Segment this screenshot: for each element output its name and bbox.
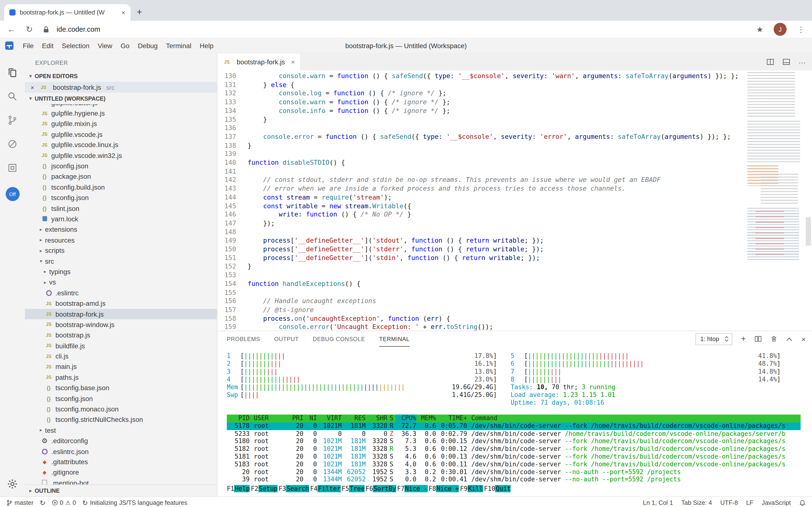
- tree-file-gulpfile.mixin.js[interactable]: JSgulpfile.mixin.js: [25, 118, 217, 129]
- search-icon[interactable]: [0, 84, 25, 108]
- code-line-151[interactable]: 151 process['__defineGetter__']('stdin',…: [217, 254, 812, 263]
- code-line-149[interactable]: 149 process['__defineGetter__']('stdout'…: [217, 237, 812, 245]
- browser-avatar[interactable]: J: [773, 23, 787, 36]
- tree-file-bootstrap-amd.js[interactable]: JSbootstrap-amd.js: [25, 298, 217, 309]
- tab-close-icon[interactable]: ×: [121, 8, 125, 16]
- outline-section[interactable]: ▸ OUTLINE: [25, 485, 217, 496]
- kill-terminal-icon[interactable]: [771, 335, 777, 342]
- menu-go[interactable]: Go: [117, 42, 134, 49]
- code-editor[interactable]: 130 console.warn = function () { safeSen…: [217, 70, 812, 330]
- tree-file-paths.js[interactable]: JSpaths.js: [25, 372, 217, 383]
- code-line-133[interactable]: 133 console.warn = function () { /* igno…: [217, 98, 812, 107]
- tree-file-.eslintrc.json[interactable]: .eslintrc.json: [25, 446, 217, 457]
- code-line-147[interactable]: 147 });: [217, 219, 812, 228]
- notifications-bell-icon[interactable]: [799, 499, 806, 506]
- code-line-138[interactable]: 138}: [217, 141, 812, 150]
- close-panel-icon[interactable]: ×: [801, 335, 806, 343]
- htop-process-row-5233[interactable]: 5233root200000Z36.30.00:02.79/dev/shm/bi…: [227, 430, 801, 438]
- tree-file-tslint.json[interactable]: {}tslint.json: [25, 203, 217, 214]
- htop-fkey-F3[interactable]: F3Search: [278, 485, 310, 493]
- htop-table-header[interactable]: PIDUSERPRINIVIRTRESSHRSCPU%MEM%TIME+Comm…: [227, 414, 801, 422]
- htop-fkey-F5[interactable]: F5Tree: [341, 485, 366, 493]
- maximize-panel-icon[interactable]: [786, 336, 793, 341]
- menu-help[interactable]: Help: [196, 42, 218, 49]
- code-line-156[interactable]: 156 // Handle uncaught exceptions: [217, 297, 812, 306]
- code-line-159[interactable]: 159 console.error('Uncaught Exception: '…: [217, 323, 812, 330]
- menu-terminal[interactable]: Terminal: [162, 42, 196, 49]
- tree-file-.eslintrc[interactable]: .eslintrc: [25, 288, 217, 298]
- tree-file-package.json[interactable]: {}package.json: [25, 171, 217, 182]
- encoding-indicator[interactable]: UTF-8: [721, 499, 738, 506]
- code-line-144[interactable]: 144 const stream = require('stream');: [217, 193, 812, 202]
- tree-file-gulpfile.vscode.linux.js[interactable]: JSgulpfile.vscode.linux.js: [25, 139, 217, 150]
- editor-tab[interactable]: JS bootstrap-fork.js ×: [217, 53, 301, 71]
- code-line-157[interactable]: 157 // @ts-ignore: [217, 306, 812, 315]
- minimap[interactable]: [745, 72, 804, 269]
- code-line-154[interactable]: 154function handleExceptions() {: [217, 280, 812, 289]
- open-editors-section[interactable]: ▾ OPEN EDITORS: [25, 70, 217, 82]
- close-icon[interactable]: ×: [30, 84, 37, 91]
- tree-file-gulpfile.vscode.win32.js[interactable]: JSgulpfile.vscode.win32.js: [25, 150, 217, 161]
- htop-process-row-5183[interactable]: 5183root2001021M181M3328S4.00.60:00.11/d…: [227, 460, 801, 468]
- tree-file-.gitattributes[interactable]: ◆.gitattributes: [25, 457, 217, 467]
- reload-icon[interactable]: ↻: [26, 25, 33, 34]
- htop-process-row-5180[interactable]: 5180root2001021M181M3328S7.30.60:00.15/d…: [227, 438, 801, 445]
- code-line-136[interactable]: 136: [217, 124, 812, 132]
- htop-fkey-F4[interactable]: F4Filter: [310, 485, 341, 493]
- menu-file[interactable]: File: [19, 42, 38, 49]
- code-line-137[interactable]: 137 console.error = function () { safeSe…: [217, 132, 812, 141]
- editor-scrollbar[interactable]: [806, 217, 811, 246]
- bookmark-star-icon[interactable]: ★: [756, 25, 763, 34]
- settings-gear-icon[interactable]: [7, 479, 18, 489]
- tree-file-gulpfile.editor.js[interactable]: JSgulpfile.editor.js: [25, 104, 217, 108]
- code-line-145[interactable]: 145 const writable = new stream.Writable…: [217, 202, 812, 211]
- tree-file-yarn.lock[interactable]: yarn.lock: [25, 214, 217, 224]
- code-line-155[interactable]: 155: [217, 288, 812, 297]
- code-line-130[interactable]: 130 console.warn = function () { safeSen…: [217, 72, 812, 81]
- tree-file-tsconfig.json[interactable]: {}tsconfig.json: [25, 393, 217, 404]
- language-indicator[interactable]: JavaScript: [762, 499, 791, 506]
- eol-indicator[interactable]: LF: [746, 499, 753, 506]
- tree-file-cli.js[interactable]: JScli.js: [25, 351, 217, 361]
- menu-view[interactable]: View: [93, 42, 116, 49]
- branch-indicator[interactable]: master: [6, 499, 34, 506]
- cursor-position[interactable]: Ln 1, Col 1: [643, 499, 673, 506]
- htop-fkey-F7[interactable]: F7Nice -: [397, 485, 428, 493]
- htop-process-row-20[interactable]: 20root2001344M620521952S3.30.20:30.01/de…: [227, 468, 801, 476]
- htop-process-row-39[interactable]: 39root2001344M620521952S0.00.20:00.41/de…: [227, 476, 801, 484]
- tab-terminal[interactable]: TERMINAL: [379, 331, 410, 347]
- browser-menu-icon[interactable]: ⋮: [797, 25, 805, 34]
- back-icon[interactable]: ←: [7, 25, 15, 34]
- tree-folder-typings[interactable]: ▸typings: [25, 267, 217, 277]
- code-line-142[interactable]: 142 // const stdout, stderr and stdin be…: [217, 176, 812, 184]
- tree-file-bootstrap-window.js[interactable]: JSbootstrap-window.js: [25, 319, 217, 330]
- url-text[interactable]: ide.coder.com: [57, 25, 100, 33]
- tree-file-.gitignore[interactable]: ◆.gitignore: [25, 467, 217, 478]
- htop-fkey-F10[interactable]: F10Quit: [484, 485, 512, 493]
- explorer-icon[interactable]: [0, 61, 25, 84]
- tree-file-tsconfig.strictNullChecks.json[interactable]: {}tsconfig.strictNullChecks.json: [25, 414, 217, 425]
- tab-size-indicator[interactable]: Tab Size: 4: [681, 499, 712, 506]
- tree-folder-resources[interactable]: ▸resources: [25, 235, 217, 245]
- tree-folder-extensions[interactable]: ▸extensions: [25, 224, 217, 235]
- tree-file-buildfile.js[interactable]: JSbuildfile.js: [25, 340, 217, 351]
- tree-file-bootstrap.js[interactable]: JSbootstrap.js: [25, 330, 217, 341]
- menu-edit[interactable]: Edit: [38, 42, 58, 49]
- htop-fkey-F2[interactable]: F2Setup: [251, 485, 279, 493]
- code-line-146[interactable]: 146 write: function () { /* No OP */ }: [217, 211, 812, 219]
- browser-tab[interactable]: bootstrap-fork.js — Untitled (W ×: [4, 4, 131, 21]
- tree-file-gulpfile.vscode.js[interactable]: JSgulpfile.vscode.js: [25, 129, 217, 140]
- htop-fkey-F8[interactable]: F8Nice +: [429, 485, 460, 493]
- terminal-output[interactable]: 1[|||||||||||17.8%]5[|||||||||||||||||||…: [217, 347, 812, 496]
- code-line-152[interactable]: 152}: [217, 263, 812, 271]
- htop-fkey-F9[interactable]: F9Kill: [460, 485, 484, 493]
- code-line-132[interactable]: 132 console.log = function () { /* ignor…: [217, 89, 812, 98]
- new-terminal-icon[interactable]: +: [741, 334, 746, 344]
- menu-selection[interactable]: Selection: [58, 42, 94, 49]
- htop-process-row-5178[interactable]: 5178root2001021M181M3328R72.70.60:05.70/…: [227, 422, 801, 430]
- code-line-158[interactable]: 158 process.on('uncaughtException', func…: [217, 315, 812, 323]
- htop-process-row-5181[interactable]: 5181root2001021M181M3328S4.60.60:00.13/d…: [227, 453, 801, 460]
- tree-file-jsconfig.json[interactable]: {}jsconfig.json: [25, 161, 217, 171]
- code-line-134[interactable]: 134 console.info = function () { /* igno…: [217, 107, 812, 115]
- tree-file-tsconfig.json[interactable]: {}tsconfig.json: [25, 192, 217, 203]
